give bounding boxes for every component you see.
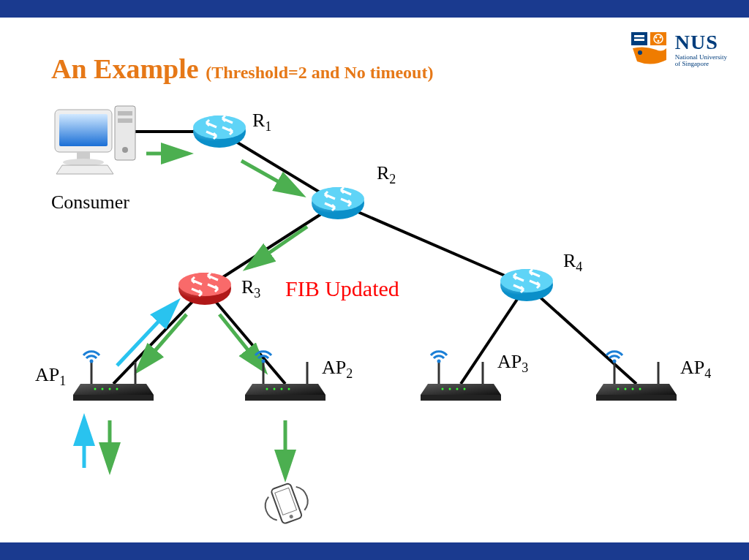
fib-updated-label: FIB Updated (285, 276, 399, 301)
consumer-icon (55, 106, 135, 174)
r2-label: R2 (377, 162, 396, 187)
arrow-r2-r3 (249, 227, 307, 267)
r3-label: R3 (241, 276, 260, 301)
svg-rect-11 (118, 118, 132, 123)
svg-point-49 (639, 388, 641, 390)
svg-point-52 (613, 360, 617, 363)
svg-point-39 (442, 388, 444, 390)
ap4-label: AP4 (680, 357, 711, 382)
svg-point-38 (262, 360, 266, 363)
svg-rect-10 (118, 111, 132, 116)
svg-point-32 (266, 388, 268, 390)
ap1-label: AP1 (35, 364, 66, 389)
router-r3 (178, 273, 231, 305)
ap2-label: AP2 (322, 357, 353, 382)
svg-rect-15 (77, 152, 90, 159)
consumer-label: Consumer (51, 192, 129, 213)
phone-icon (260, 479, 312, 528)
svg-point-24 (500, 269, 553, 292)
svg-point-33 (274, 388, 276, 390)
svg-point-20 (312, 187, 364, 211)
arrow-r3-ap1 (139, 314, 187, 369)
svg-point-27 (109, 388, 111, 390)
router-r4 (500, 269, 553, 301)
svg-point-31 (90, 360, 94, 363)
svg-point-45 (437, 360, 441, 363)
svg-rect-14 (59, 114, 108, 146)
router-r2 (312, 187, 364, 219)
r4-label: R4 (563, 250, 582, 275)
link-r3-ap1 (113, 289, 205, 384)
arrow-r3-ap2 (219, 314, 263, 369)
svg-point-22 (178, 273, 231, 296)
svg-point-47 (625, 388, 627, 390)
arrow-r1-r2 (241, 161, 300, 194)
ap3-label: AP3 (497, 351, 528, 376)
ap1-icon (73, 352, 154, 401)
svg-point-26 (102, 388, 104, 390)
svg-point-42 (464, 388, 466, 390)
link-r2-r4 (338, 203, 527, 285)
svg-point-18 (193, 116, 246, 139)
svg-point-48 (632, 388, 634, 390)
svg-point-35 (288, 388, 290, 390)
link-r4-ap4 (527, 285, 636, 384)
router-r1 (193, 116, 246, 148)
svg-point-34 (281, 388, 283, 390)
ap3-icon (421, 352, 501, 401)
svg-point-25 (94, 388, 97, 390)
svg-point-12 (122, 147, 128, 153)
svg-point-28 (116, 388, 118, 390)
r1-label: R1 (252, 110, 271, 135)
svg-point-41 (456, 388, 459, 390)
svg-point-40 (449, 388, 451, 390)
svg-point-46 (617, 388, 620, 390)
